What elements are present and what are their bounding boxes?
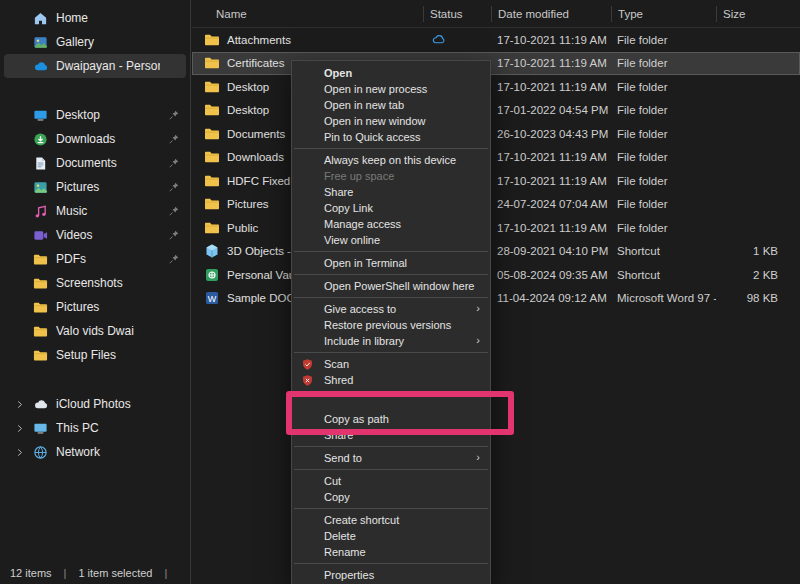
file-row[interactable]: HDFC Fixed Depo 17-10-2021 11:19 AM File… [192,169,800,193]
context-menu-item[interactable]: Always keep on this device [292,152,490,168]
file-row[interactable]: Documents 26-10-2023 04:43 PM File folde… [192,122,800,146]
context-menu-item[interactable]: Open [292,65,490,81]
context-menu-item[interactable]: Open in Terminal [292,255,490,271]
context-menu-item[interactable]: Open in new process [292,81,490,97]
context-menu-item[interactable]: Manage access [292,216,490,232]
menu-item-label: Open in new tab [324,99,404,111]
menu-item-label: Pin to Quick access [324,131,421,143]
context-menu-item[interactable] [292,560,490,567]
column-header-status[interactable]: Status [423,6,491,22]
column-header-size[interactable]: Size [716,6,800,22]
context-menu-item[interactable] [292,349,490,356]
sidebar-item[interactable]: Valo vids Dwai [4,319,186,343]
context-menu-item[interactable]: Give access to › [292,301,490,317]
expand-chevron-icon[interactable] [14,37,25,48]
context-menu-item[interactable] [292,271,490,278]
context-menu-item[interactable]: Copy Link [292,200,490,216]
expand-chevron-icon[interactable] [14,206,25,217]
context-menu-item[interactable]: Create shortcut [292,512,490,528]
pin-icon [168,422,180,434]
column-header-date-modified[interactable]: Date modified [491,6,611,22]
file-row[interactable]: 3D Objects - Sho 28-09-2021 04:10 PM Sho… [192,240,800,264]
context-menu-item[interactable]: Scan [292,356,490,372]
sidebar-item[interactable]: Pictures [4,295,186,319]
expand-chevron-icon[interactable] [14,278,25,289]
context-menu-item[interactable] [292,466,490,473]
file-row[interactable]: Pictures 24-07-2024 07:04 AM File folder [192,193,800,217]
menu-item-icon [301,475,314,488]
context-menu-item[interactable]: Open in new tab [292,97,490,113]
sidebar-item[interactable]: Music [4,199,186,223]
sidebar-item[interactable]: PDFs [4,247,186,271]
chevron-icon[interactable] [14,447,25,458]
file-row[interactable]: Downloads 17-10-2021 11:19 AM File folde… [192,146,800,170]
sidebar-item[interactable]: Screenshots [4,271,186,295]
sidebar-item[interactable]: Gallery [4,30,186,54]
context-menu-item[interactable]: Free up space [292,168,490,184]
expand-chevron-icon[interactable] [14,13,25,24]
context-menu-item[interactable] [292,443,490,450]
expand-chevron-icon[interactable] [14,326,25,337]
sidebar-item[interactable]: Documents [4,151,186,175]
context-menu-item[interactable]: View online [292,232,490,248]
context-menu-item[interactable]: Delete [292,528,490,544]
sidebar-item[interactable]: iCloud Photos [4,392,186,416]
chevron-icon[interactable] [14,399,25,410]
context-menu-item[interactable]: Open PowerShell window here [292,278,490,294]
sidebar-item[interactable]: Downloads [4,127,186,151]
context-menu-item[interactable] [292,145,490,152]
column-header-name[interactable]: Name [192,6,423,22]
file-row[interactable]: Personal Vault 05-08-2024 09:35 AM Short… [192,263,800,287]
context-menu-item[interactable]: Shred [292,372,490,388]
expand-chevron-icon[interactable] [14,110,25,121]
sidebar-item[interactable]: Pictures [4,175,186,199]
chevron-icon[interactable] [14,423,25,434]
context-menu-item[interactable]: Rename [292,544,490,560]
expand-chevron-icon[interactable] [14,158,25,169]
file-row[interactable]: Desktop 17-01-2022 04:54 PM File folder [192,99,800,123]
icloud-icon [33,397,48,412]
file-row[interactable]: Public 17-10-2021 11:19 AM File folder [192,216,800,240]
file-row[interactable]: Attachments 17-10-2021 11:19 AM File fol… [192,28,800,52]
sidebar-item[interactable]: Dwaipayan - Personal [4,54,186,78]
folder-icon [204,102,220,118]
file-row[interactable]: Desktop 17-10-2021 11:19 AM File folder [192,75,800,99]
sidebar-item[interactable]: Desktop [4,103,186,127]
context-menu-item[interactable] [292,294,490,301]
expand-chevron-icon[interactable] [14,350,25,361]
context-menu-item[interactable] [292,395,490,411]
context-menu-item[interactable]: Cut [292,473,490,489]
context-menu-item[interactable]: Share [292,427,490,443]
context-menu-item[interactable]: Share [292,184,490,200]
expand-chevron-icon[interactable] [14,182,25,193]
file-type: File folder [611,81,716,93]
file-row[interactable]: W Sample DOC File 11-04-2024 09:12 AM Mi… [192,287,800,311]
sidebar-item[interactable]: Setup Files [4,343,186,367]
vault-icon [204,267,220,283]
context-menu-item[interactable]: Pin to Quick access [292,129,490,145]
context-menu-item[interactable] [292,248,490,255]
expand-chevron-icon[interactable] [14,254,25,265]
column-header-type[interactable]: Type [611,6,716,22]
folder-icon [204,79,220,95]
context-menu-item[interactable] [292,388,490,395]
context-menu-item[interactable]: Include in library › [292,333,490,349]
menu-item-icon [301,303,314,316]
sidebar-item[interactable]: Videos [4,223,186,247]
context-menu-item[interactable]: Send to › [292,450,490,466]
context-menu-item[interactable]: Copy as path [292,411,490,427]
context-menu-item[interactable]: Copy [292,489,490,505]
expand-chevron-icon[interactable] [14,302,25,313]
context-menu-item[interactable]: Restore previous versions [292,317,490,333]
sidebar-item[interactable]: Home [4,6,186,30]
expand-chevron-icon[interactable] [14,134,25,145]
sidebar-item[interactable]: Network [4,440,186,464]
file-name: Downloads [227,151,284,163]
expand-chevron-icon[interactable] [14,230,25,241]
context-menu-item[interactable]: Open in new window [292,113,490,129]
file-row[interactable]: Certificates 17-10-2021 11:19 AM File fo… [192,52,800,76]
context-menu-item[interactable] [292,505,490,512]
context-menu-item[interactable]: Properties [292,567,490,583]
expand-chevron-icon[interactable] [14,61,25,72]
sidebar-item[interactable]: This PC [4,416,186,440]
